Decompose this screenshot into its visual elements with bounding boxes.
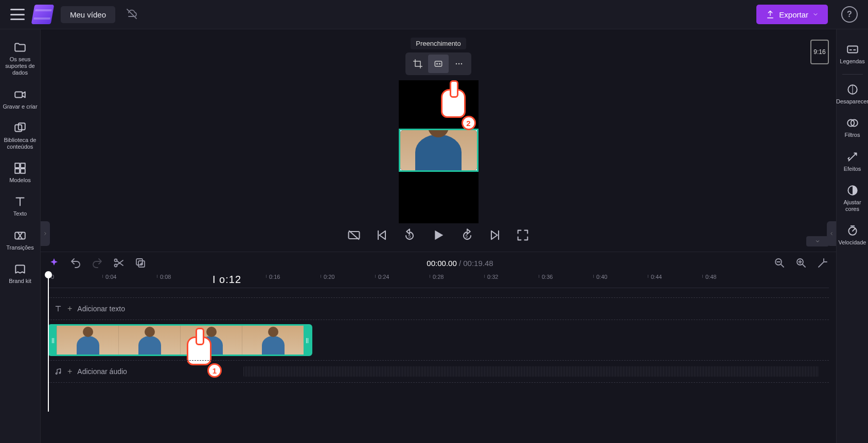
timeline-toolbar: 00:00.00 / 00:19.48	[41, 252, 836, 274]
fullscreen-button[interactable]	[516, 228, 530, 242]
sidebar-item-transitions[interactable]: Transições	[1, 224, 40, 257]
ruler-mark: 0:16	[269, 274, 280, 280]
svg-rect-8	[847, 46, 858, 53]
forward-button[interactable]: 5	[460, 228, 474, 242]
sidebar-item-record[interactable]: Gravar e criar	[1, 83, 40, 116]
ruler-mark: 0:48	[705, 274, 716, 280]
clip-handle-left[interactable]: ||	[49, 326, 57, 355]
more-button[interactable]	[449, 55, 469, 73]
ruler-cursor-time: I o:12	[212, 274, 241, 286]
svg-rect-0	[15, 92, 22, 97]
resize-handle-nw[interactable]	[399, 129, 402, 132]
resize-handle-se[interactable]	[475, 168, 479, 172]
sidebar-item-media[interactable]: Os seus suportes de dados	[1, 36, 40, 83]
canvas-holder: Preenchimento ↻ 2	[399, 38, 479, 223]
panel-label: Ajustar cores	[838, 199, 867, 212]
hide-preview-button[interactable]	[347, 228, 361, 242]
timeline-area: 00:00.00 / 00:19.48 0 0:04 0:08 I o:12 0…	[41, 252, 836, 443]
floating-toolbar	[405, 52, 471, 75]
clip-handle-right[interactable]: ||	[304, 326, 311, 355]
video-clip[interactable]: || ||	[48, 324, 312, 356]
text-icon	[54, 305, 62, 313]
right-sidebar: Legendas Desaparecer Filtros Efeitos Aju…	[836, 29, 868, 443]
export-button[interactable]: Exportar	[756, 5, 828, 24]
sidebar-label: Gravar e criar	[3, 103, 37, 110]
sidebar-item-templates[interactable]: Modelos	[1, 156, 40, 190]
sidebar-label: Brand kit	[9, 278, 31, 285]
svg-rect-4	[21, 163, 25, 168]
skip-end-button[interactable]	[488, 228, 502, 242]
ruler-mark: 0:40	[596, 274, 607, 280]
zoom-in-button[interactable]	[795, 257, 807, 269]
panel-label: Efeitos	[844, 166, 861, 172]
play-button[interactable]	[430, 227, 447, 243]
selected-clip-bounds[interactable]: ↻	[399, 129, 479, 172]
resize-handle-sw[interactable]	[399, 168, 402, 172]
audio-track-label: Adicionar áudio	[77, 367, 127, 376]
rewind-button[interactable]: 5	[402, 228, 417, 242]
audio-track[interactable]: + Adicionar áudio	[48, 360, 829, 383]
playhead[interactable]	[45, 271, 52, 278]
plus-icon: +	[67, 367, 72, 376]
ruler-mark: 0:24	[378, 274, 389, 280]
timeline-ruler[interactable]: 0 0:04 0:08 I o:12 0:16 0:20 0:24 0:28 0…	[48, 274, 829, 288]
left-sidebar: Os seus suportes de dados Gravar e criar…	[0, 29, 41, 443]
panel-item-colors[interactable]: Ajustar cores	[837, 179, 868, 219]
text-track-label: Adicionar texto	[77, 305, 125, 313]
help-button[interactable]: ?	[841, 6, 858, 23]
svg-rect-5	[15, 169, 20, 173]
playhead-line	[48, 278, 49, 412]
ai-button[interactable]	[48, 257, 60, 269]
ruler-mark: 0:08	[160, 274, 171, 280]
ruler-mark: 0:20	[324, 274, 334, 280]
crop-button[interactable]	[408, 55, 428, 73]
app-logo-icon[interactable]	[31, 5, 55, 24]
panel-item-fade[interactable]: Desaparecer	[837, 78, 868, 111]
ruler-mark: 0:04	[105, 274, 116, 280]
menu-button[interactable]	[10, 9, 25, 20]
export-label: Exportar	[779, 10, 808, 19]
fill-button[interactable]	[428, 55, 449, 73]
ruler-mark: 0:32	[487, 274, 498, 280]
zoom-fit-button[interactable]	[817, 257, 829, 269]
panel-item-filters[interactable]: Filtros	[837, 111, 868, 145]
split-button[interactable]	[113, 257, 125, 269]
svg-text:5: 5	[466, 234, 468, 239]
svg-point-17	[456, 63, 457, 65]
resize-handle-ne[interactable]	[475, 129, 479, 132]
skip-start-button[interactable]	[375, 228, 389, 242]
preview-area: 9:16 Preenchimento ↻ 2	[41, 29, 836, 252]
sidebar-item-brandkit[interactable]: Brand kit	[1, 257, 40, 291]
svg-point-16	[439, 63, 440, 64]
preview-canvas[interactable]: ↻	[399, 80, 479, 223]
text-track[interactable]: + Adicionar texto	[48, 297, 829, 320]
audio-waveform	[243, 366, 819, 377]
music-icon	[54, 367, 62, 376]
panel-item-effects[interactable]: Efeitos	[837, 145, 868, 179]
panel-label: Filtros	[845, 132, 860, 138]
project-title[interactable]: Meu vídeo	[61, 6, 115, 23]
undo-button[interactable]	[69, 257, 82, 269]
svg-point-18	[458, 63, 460, 65]
svg-text:5: 5	[409, 234, 411, 239]
svg-rect-6	[21, 169, 25, 173]
ruler-mark: 0:36	[542, 274, 553, 280]
cloud-off-icon[interactable]	[126, 8, 138, 22]
svg-point-19	[461, 63, 463, 65]
panel-item-speed[interactable]: Velocidade	[837, 219, 868, 252]
aspect-ratio-button[interactable]: 9:16	[810, 40, 829, 64]
panel-item-captions[interactable]: Legendas	[837, 38, 868, 71]
sidebar-label: Os seus suportes de dados	[2, 56, 39, 77]
preview-collapse-icon[interactable]	[806, 236, 829, 246]
video-track[interactable]: || || 1	[48, 323, 829, 357]
zoom-out-button[interactable]	[773, 257, 786, 269]
panel-label: Velocidade	[839, 239, 866, 246]
sidebar-item-text[interactable]: Texto	[1, 190, 40, 223]
svg-rect-3	[15, 163, 20, 168]
sidebar-item-library[interactable]: Biblioteca de conteúdos	[1, 116, 40, 156]
redo-button[interactable]	[91, 257, 103, 269]
sidebar-label: Transições	[6, 244, 33, 251]
duplicate-button[interactable]	[134, 257, 147, 269]
ruler-mark: 0:44	[651, 274, 662, 280]
svg-rect-14	[435, 61, 441, 66]
